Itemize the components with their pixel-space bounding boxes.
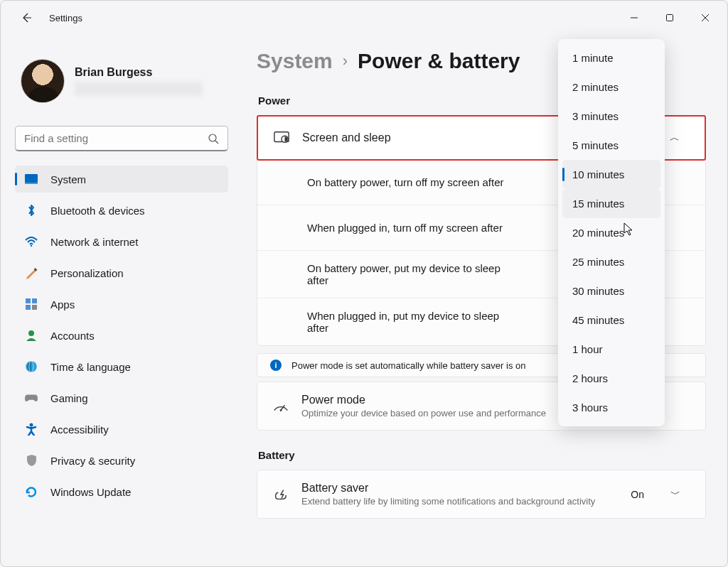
dropdown-item[interactable]: 5 minutes	[562, 131, 660, 160]
sidebar-item-label: Network & internet	[50, 236, 138, 248]
sidebar-item-apps[interactable]: Apps	[15, 291, 228, 318]
dropdown-item[interactable]: 10 minutes	[562, 160, 660, 189]
dropdown-item[interactable]: 2 hours	[562, 364, 660, 393]
chevron-down-icon: ﹀	[661, 488, 690, 501]
svg-rect-5	[25, 183, 38, 184]
svg-rect-11	[32, 305, 37, 310]
user-email-redacted	[75, 82, 203, 96]
sidebar-item-accounts[interactable]: Accounts	[15, 322, 228, 349]
power-mode-icon	[273, 401, 289, 412]
gaming-icon	[25, 392, 38, 404]
option-label: When plugged in, put my device to sleep …	[307, 310, 513, 334]
page-title: Power & battery	[358, 49, 520, 73]
titlebar: Settings	[1, 1, 727, 35]
svg-rect-4	[25, 174, 38, 183]
system-icon	[25, 173, 38, 185]
banner-text: Power mode is set automatically while ba…	[291, 360, 525, 371]
sidebar-item-label: Accessibility	[50, 423, 109, 436]
back-button[interactable]	[18, 9, 35, 26]
sidebar-item-label: Apps	[50, 298, 75, 310]
update-icon	[25, 485, 38, 498]
dropdown-item[interactable]: 1 minute	[562, 43, 660, 72]
breadcrumb-root[interactable]: System	[257, 49, 333, 73]
sidebar-item-personalization[interactable]: Personalization	[15, 259, 228, 286]
sidebar-item-system[interactable]: System	[15, 166, 228, 193]
accounts-icon	[25, 329, 38, 342]
option-label: When plugged in, turn off my screen afte…	[307, 222, 513, 234]
svg-point-20	[280, 409, 282, 411]
sidebar-item-update[interactable]: Windows Update	[15, 478, 228, 505]
privacy-icon	[25, 454, 38, 467]
battery-saver-icon	[273, 488, 289, 501]
dropdown-item[interactable]: 25 minutes	[562, 247, 660, 276]
info-icon: i	[270, 360, 282, 371]
sidebar-item-label: System	[50, 173, 86, 185]
dropdown-item[interactable]: 30 minutes	[562, 276, 660, 306]
bluetooth-icon	[25, 204, 38, 217]
svg-point-16	[30, 423, 33, 427]
screen-icon	[274, 131, 289, 145]
sidebar-item-label: Windows Update	[50, 486, 131, 498]
sidebar-item-bluetooth[interactable]: Bluetooth & devices	[15, 197, 228, 224]
option-label: On battery power, turn off my screen aft…	[307, 176, 513, 188]
accessibility-icon	[25, 423, 38, 436]
maximize-button[interactable]	[653, 6, 686, 29]
battery-saver-title: Battery saver	[301, 482, 618, 495]
sidebar-item-privacy[interactable]: Privacy & security	[15, 447, 228, 474]
sidebar-item-label: Time & language	[50, 361, 131, 373]
dropdown-item[interactable]: 3 minutes	[562, 102, 660, 131]
network-icon	[25, 235, 38, 248]
sidebar-item-label: Personalization	[50, 267, 124, 279]
search-box[interactable]	[15, 126, 228, 151]
battery-saver-card[interactable]: Battery saver Extend battery life by lim…	[257, 470, 706, 519]
svg-rect-9	[32, 298, 37, 303]
battery-saver-sub: Extend battery life by limiting some not…	[301, 496, 618, 507]
section-label-battery: Battery	[258, 449, 706, 461]
sidebar: Brian Burgess System Bluetooth & devices…	[1, 35, 242, 566]
time-icon	[25, 360, 38, 373]
avatar	[21, 59, 65, 103]
option-label: On battery power, put my device to sleep…	[307, 262, 513, 286]
svg-line-3	[215, 141, 218, 144]
dropdown-item[interactable]: 20 minutes	[562, 218, 660, 247]
sidebar-item-network[interactable]: Network & internet	[15, 228, 228, 255]
duration-dropdown[interactable]: 1 minute2 minutes3 minutes5 minutes10 mi…	[558, 39, 665, 426]
svg-point-6	[31, 245, 32, 247]
search-icon	[208, 133, 219, 144]
user-name: Brian Burgess	[75, 66, 203, 79]
dropdown-item[interactable]: 3 hours	[562, 393, 660, 422]
search-input[interactable]	[24, 132, 208, 144]
dropdown-item[interactable]: 2 minutes	[562, 72, 660, 102]
svg-point-12	[28, 330, 34, 336]
svg-point-2	[209, 134, 216, 141]
svg-rect-1	[667, 15, 673, 21]
sidebar-item-label: Bluetooth & devices	[50, 205, 145, 217]
sidebar-item-accessibility[interactable]: Accessibility	[15, 416, 228, 443]
chevron-up-icon: ︿	[660, 131, 689, 144]
sidebar-item-gaming[interactable]: Gaming	[15, 384, 228, 411]
close-button[interactable]	[689, 6, 722, 29]
sidebar-item-time[interactable]: Time & language	[15, 353, 228, 380]
sidebar-item-label: Gaming	[50, 392, 88, 404]
svg-rect-8	[26, 298, 31, 303]
dropdown-item[interactable]: 1 hour	[562, 335, 660, 364]
user-block[interactable]: Brian Burgess	[15, 46, 228, 119]
sidebar-item-label: Privacy & security	[50, 455, 135, 467]
dropdown-item[interactable]: 45 minutes	[562, 306, 660, 335]
apps-icon	[25, 298, 38, 310]
battery-saver-value: On	[631, 489, 644, 500]
window-title: Settings	[49, 13, 82, 23]
dropdown-item[interactable]: 15 minutes	[562, 189, 660, 218]
personalization-icon	[25, 266, 38, 279]
minimize-button[interactable]	[618, 6, 651, 29]
sidebar-item-label: Accounts	[50, 330, 95, 342]
chevron-right-icon: ›	[343, 52, 348, 70]
svg-rect-10	[26, 305, 31, 310]
